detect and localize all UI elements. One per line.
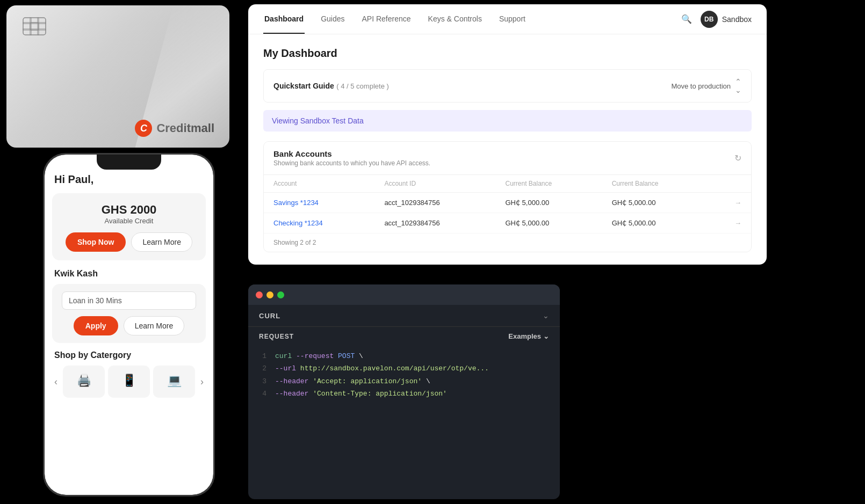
checking-account-link[interactable]: Checking *1234 bbox=[273, 219, 323, 227]
checking-arrow[interactable]: → bbox=[709, 213, 751, 233]
savings-account-link[interactable]: Savings *1234 bbox=[273, 199, 319, 207]
code-text-4: --header 'Content-Type: application/json… bbox=[275, 388, 447, 400]
loan-buttons: Apply Learn More bbox=[62, 316, 196, 335]
bank-showing: Showing 2 of 2 bbox=[264, 233, 751, 252]
code-text-1: curl --request POST \ bbox=[275, 350, 363, 362]
examples-chevron-icon: ⌄ bbox=[543, 332, 549, 340]
examples-button[interactable]: Examples ⌄ bbox=[508, 332, 549, 340]
bank-header-left: Bank Accounts Showing bank accounts to w… bbox=[273, 149, 430, 167]
category-row: ‹ 🖨️ 📱 💻 › bbox=[52, 366, 206, 398]
code-text-3: --header 'Accept: application/json' \ bbox=[275, 375, 430, 388]
col-account: Account bbox=[264, 175, 374, 193]
cat-icon-2: 📱 bbox=[122, 374, 136, 388]
credit-buttons: Shop Now Learn More bbox=[62, 232, 196, 252]
table-row: Checking *1234 acct_1029384756 GH₵ 5,000… bbox=[264, 213, 751, 233]
credit-card: Creditmall bbox=[6, 5, 229, 148]
tab-support[interactable]: Support bbox=[498, 4, 527, 34]
line-num-3: 3 bbox=[259, 375, 266, 388]
credit-card-section: GHS 2000 Available Credit Shop Now Learn… bbox=[52, 193, 206, 260]
loan-card-section: Loan in 30 Mins Apply Learn More bbox=[52, 284, 206, 343]
quickstart-label: Quickstart Guide bbox=[273, 82, 334, 90]
move-to-production-link[interactable]: Move to production bbox=[671, 82, 731, 90]
phone-frame: Hi Paul, GHS 2000 Available Credit Shop … bbox=[43, 153, 215, 496]
bank-title: Bank Accounts bbox=[273, 149, 430, 158]
savings-arrow[interactable]: → bbox=[709, 193, 751, 213]
search-icon[interactable]: 🔍 bbox=[681, 14, 692, 24]
code-block: 1 curl --request POST \ 2 --url http://s… bbox=[248, 346, 560, 405]
user-name: Sandbox bbox=[722, 15, 752, 24]
bank-subtitle: Showing bank accounts to which you have … bbox=[273, 159, 430, 167]
curl-subheader: REQUEST Examples ⌄ bbox=[248, 327, 560, 346]
user-badge[interactable]: DB Sandbox bbox=[701, 11, 752, 28]
sort-icon: ⌃⌄ bbox=[735, 77, 741, 94]
quickstart-left: Quickstart Guide ( 4 / 5 complete ) bbox=[273, 81, 389, 91]
line-num-2: 2 bbox=[259, 362, 266, 375]
code-line-4: 4 --header 'Content-Type: application/js… bbox=[259, 388, 549, 400]
window-close-dot[interactable] bbox=[256, 291, 263, 298]
cat-item-3: 💻 bbox=[153, 366, 195, 398]
sandbox-link[interactable]: Viewing Sandbox Test Data bbox=[272, 116, 364, 125]
quickstart-right: Move to production ⌃⌄ bbox=[671, 77, 741, 94]
loan-label: Loan in 30 Mins bbox=[62, 291, 196, 310]
window-minimize-dot[interactable] bbox=[266, 291, 273, 298]
cat-icon-3: 💻 bbox=[167, 374, 182, 388]
savings-balance-2: GH₵ 5,000.00 bbox=[602, 193, 709, 213]
left-panel: Creditmall Hi Paul, GHS 2000 Available C… bbox=[0, 0, 234, 504]
checking-balance-2: GH₵ 5,000.00 bbox=[602, 213, 709, 233]
credit-amount: GHS 2000 bbox=[62, 203, 196, 217]
table-row: Savings *1234 acct_1029384756 GH₵ 5,000.… bbox=[264, 193, 751, 213]
cat-prev-button[interactable]: ‹ bbox=[52, 374, 60, 390]
col-current-balance-2: Current Balance bbox=[602, 175, 709, 193]
phone-container: Hi Paul, GHS 2000 Available Credit Shop … bbox=[43, 153, 215, 499]
dashboard-panel: Dashboard Guides API Reference Keys & Co… bbox=[248, 4, 767, 265]
window-maximize-dot[interactable] bbox=[277, 291, 284, 298]
line-num-4: 4 bbox=[259, 388, 266, 400]
curl-panel: CURL ⌄ REQUEST Examples ⌄ 1 curl --reque… bbox=[248, 284, 560, 499]
phone-notch bbox=[97, 155, 161, 170]
phone-screen: Hi Paul, GHS 2000 Available Credit Shop … bbox=[45, 155, 213, 495]
curl-dropdown-icon[interactable]: ⌄ bbox=[543, 311, 549, 320]
learn-more-button-1[interactable]: Learn More bbox=[131, 232, 192, 252]
tab-guides[interactable]: Guides bbox=[320, 4, 345, 34]
tab-dashboard[interactable]: Dashboard bbox=[263, 4, 305, 34]
code-line-1: 1 curl --request POST \ bbox=[259, 350, 549, 362]
bank-table: Account Account ID Current Balance Curre… bbox=[264, 175, 751, 233]
quickstart-bar: Quickstart Guide ( 4 / 5 complete ) Move… bbox=[263, 69, 752, 103]
curl-title-label: CURL bbox=[259, 312, 280, 320]
tab-api-reference[interactable]: API Reference bbox=[361, 4, 412, 34]
examples-label: Examples bbox=[508, 332, 541, 340]
col-account-id: Account ID bbox=[374, 175, 495, 193]
quickstart-progress: ( 4 / 5 complete ) bbox=[336, 82, 389, 90]
svg-rect-0 bbox=[23, 18, 46, 35]
bank-accounts-section: Bank Accounts Showing bank accounts to w… bbox=[263, 141, 752, 252]
learn-more-button-2[interactable]: Learn More bbox=[124, 316, 185, 335]
cat-item-1: 🖨️ bbox=[63, 366, 105, 398]
kwik-kash-title: Kwik Kash bbox=[54, 269, 206, 279]
page-title: My Dashboard bbox=[263, 47, 752, 60]
card-chip-icon bbox=[21, 16, 47, 36]
shop-category-title: Shop by Catergory bbox=[54, 350, 206, 360]
code-text-2: --url http://sandbox.pavelon.com/api/use… bbox=[275, 362, 489, 375]
code-line-2: 2 --url http://sandbox.pavelon.com/api/u… bbox=[259, 362, 549, 375]
cat-next-button[interactable]: › bbox=[198, 374, 206, 390]
nav-tabs: Dashboard Guides API Reference Keys & Co… bbox=[263, 4, 527, 34]
cat-icon-1: 🖨️ bbox=[77, 374, 91, 388]
dashboard-content: My Dashboard Quickstart Guide ( 4 / 5 co… bbox=[248, 34, 767, 265]
request-label: REQUEST bbox=[259, 333, 294, 340]
savings-balance-1: GH₵ 5,000.00 bbox=[495, 193, 602, 213]
col-current-balance-1: Current Balance bbox=[495, 175, 602, 193]
greeting-text: Hi Paul, bbox=[52, 173, 206, 186]
savings-account-id: acct_1029384756 bbox=[374, 193, 495, 213]
dashboard-nav: Dashboard Guides API Reference Keys & Co… bbox=[248, 4, 767, 34]
code-line-3: 3 --header 'Accept: application/json' \ bbox=[259, 375, 549, 388]
checking-account-id: acct_1029384756 bbox=[374, 213, 495, 233]
tab-keys-controls[interactable]: Keys & Controls bbox=[427, 4, 483, 34]
curl-header: CURL ⌄ bbox=[248, 305, 560, 327]
nav-right: 🔍 DB Sandbox bbox=[681, 11, 752, 28]
line-num-1: 1 bbox=[259, 350, 266, 362]
apply-button[interactable]: Apply bbox=[74, 316, 118, 335]
credit-label: Available Credit bbox=[62, 217, 196, 225]
col-arrow-header bbox=[709, 175, 751, 193]
shop-now-button[interactable]: Shop Now bbox=[66, 232, 126, 252]
refresh-icon[interactable]: ↻ bbox=[734, 153, 741, 163]
